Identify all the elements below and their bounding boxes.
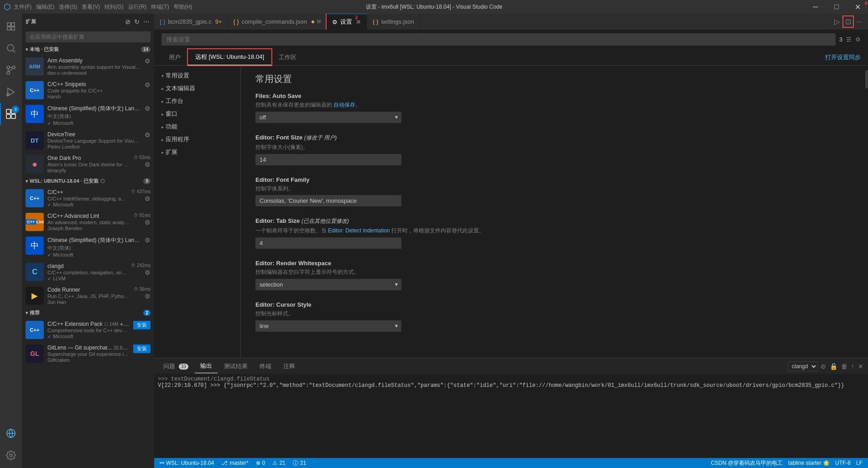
- activity-item-search[interactable]: [0, 37, 22, 59]
- list-item[interactable]: ▶ Code Runner Run C, C++, Java, JS, PHP,…: [22, 284, 154, 308]
- close-panel-icon[interactable]: ✕: [857, 362, 864, 371]
- tab-workspace[interactable]: 工作区: [271, 50, 304, 65]
- auto-save-link[interactable]: 自动保存: [333, 102, 355, 108]
- lock-output-icon[interactable]: 🔒: [829, 362, 838, 371]
- tab-remote[interactable]: 远程 [WSL: Ubuntu-18.04]: [188, 49, 271, 65]
- output-filter-select[interactable]: clangd: [788, 361, 818, 371]
- more-actions-icon[interactable]: ···: [855, 17, 864, 27]
- render-whitespace-label: Editor: Render Whitespace: [255, 260, 851, 267]
- maximize-button[interactable]: □: [826, 0, 847, 14]
- auto-save-select[interactable]: off afterDelay onFocusChange onWindowCha…: [255, 112, 401, 123]
- gear-icon[interactable]: ⚙: [145, 57, 151, 65]
- nav-item-features[interactable]: ▸ 功能: [154, 120, 240, 133]
- extension-search-input[interactable]: [26, 31, 151, 42]
- gear-icon[interactable]: ⚙: [145, 293, 151, 300]
- maximize-panel-icon[interactable]: ↑: [850, 362, 855, 371]
- section-local-installed[interactable]: ▾ 本地 · 已安装 14: [22, 44, 154, 55]
- nav-item-extensions[interactable]: ▸ 扩展: [154, 146, 240, 159]
- encoding-status[interactable]: UTF-8: [833, 460, 852, 466]
- remote-status[interactable]: ⚯ WSL: Ubuntu-18.04: [158, 460, 216, 466]
- nav-item-app[interactable]: ▸ 应用程序: [154, 133, 240, 146]
- list-item[interactable]: C++ Lint C/C++ Advanced Lint An advanced…: [22, 210, 154, 234]
- tab-settings-json[interactable]: { } settings.json: [367, 14, 420, 30]
- install-button[interactable]: 安装: [133, 345, 151, 353]
- activity-item-run[interactable]: [0, 81, 22, 103]
- tab-size-input[interactable]: [255, 237, 401, 249]
- nav-item-workbench[interactable]: ▸ 工作台: [154, 95, 240, 108]
- gear-icon[interactable]: ⚙: [145, 219, 151, 226]
- filter-icon[interactable]: ☰: [846, 36, 852, 43]
- list-item[interactable]: C++ C/C++ C/C++ IntelliSense, debugging,…: [22, 186, 154, 210]
- settings-scrollbar[interactable]: [865, 66, 868, 358]
- open-sync-button[interactable]: 打开设置同步: [825, 53, 861, 62]
- tabline-status[interactable]: tabline starter 🌟: [786, 460, 832, 466]
- line-ending-status[interactable]: LF: [854, 460, 864, 466]
- tab-user[interactable]: 用户: [161, 50, 188, 65]
- activity-item-settings[interactable]: [0, 444, 22, 466]
- menu-view[interactable]: 查看(V): [82, 3, 100, 11]
- list-item[interactable]: 中 Chinese (Simplified) (简体中文) Langu... 中…: [22, 234, 154, 260]
- menu-run[interactable]: 运行(R): [128, 3, 147, 11]
- tab-test-results[interactable]: 测试结果: [218, 360, 253, 373]
- cursor-style-select[interactable]: line block underline line-thin block-out…: [255, 320, 401, 332]
- settings-search-input[interactable]: [161, 33, 836, 46]
- detect-indentation-link[interactable]: Editor: Detect Indentation: [328, 227, 390, 234]
- tab-compile-commands[interactable]: { } compile_commands.json M: [228, 14, 327, 30]
- minimize-button[interactable]: ─: [805, 0, 826, 14]
- font-size-input[interactable]: [255, 154, 401, 165]
- list-item[interactable]: DT DeviceTree DeviceTree Language Suppor…: [22, 129, 154, 152]
- info-status[interactable]: ⓘ 21: [291, 459, 308, 467]
- settings-filter-btn[interactable]: ⚙: [855, 36, 861, 43]
- menu-select[interactable]: 选择(S): [59, 3, 77, 11]
- list-item[interactable]: ● One Dark Pro Atom's iconic One Dark th…: [22, 152, 154, 176]
- section-recommended[interactable]: ▾ 推荐 2: [22, 308, 154, 318]
- menu-goto[interactable]: 转到(G): [104, 3, 123, 11]
- branch-status[interactable]: ⎇ master*: [219, 460, 250, 466]
- menu-terminal[interactable]: 终端(T): [151, 3, 169, 11]
- list-item[interactable]: 中 Chinese (Simplified) (简体中文) Langu... 中…: [22, 102, 154, 129]
- nav-item-text-editor[interactable]: ▸ 文本编辑器: [154, 82, 240, 95]
- font-family-input[interactable]: [255, 195, 401, 206]
- more-actions-icon[interactable]: ···: [143, 17, 151, 26]
- chinese2-desc: 中文(简体): [47, 245, 141, 252]
- errors-status[interactable]: ⊗ 0: [254, 460, 267, 466]
- activity-item-extensions[interactable]: 3: [0, 103, 22, 125]
- list-item[interactable]: C++ C/C++ Snippets Code snippets for C/C…: [22, 78, 154, 102]
- list-item[interactable]: GL GitLens — Git superchar... 20.8M ★4 S…: [22, 342, 154, 365]
- install-button[interactable]: 安装: [133, 321, 151, 329]
- render-whitespace-select[interactable]: none boundary selection trailing all: [255, 279, 401, 290]
- activity-item-remote[interactable]: [0, 422, 22, 444]
- clear-output-icon[interactable]: 🗑: [840, 362, 848, 371]
- run-action-icon[interactable]: ▷: [832, 16, 842, 27]
- split-editor-icon[interactable]: ⊡: [843, 16, 853, 27]
- activity-item-scm[interactable]: [0, 59, 22, 81]
- tab-settings[interactable]: ⚙ 设置 2 ✕: [327, 14, 367, 30]
- list-item[interactable]: ARM Arm Assembly Arm assembly syntax sup…: [22, 55, 154, 78]
- gear-icon[interactable]: ⚙: [145, 161, 151, 168]
- list-item[interactable]: C++ C/C++ Extension Pack ⬡ 14M ★4.5 Comp…: [22, 318, 154, 342]
- render-whitespace-select-wrapper: none boundary selection trailing all ▾: [255, 279, 401, 290]
- gear-icon[interactable]: ⚙: [145, 269, 151, 276]
- gear-icon[interactable]: ⚙: [145, 237, 151, 244]
- gear-icon[interactable]: ⚙: [145, 195, 151, 202]
- activity-item-explorer[interactable]: [0, 15, 22, 37]
- nav-item-window[interactable]: ▸ 窗口: [154, 108, 240, 120]
- tab-bcm2835[interactable]: { } bcm2835_gpio.c 9+: [154, 14, 228, 30]
- filter-icon[interactable]: ⊘: [124, 17, 132, 26]
- tab-notes[interactable]: 注释: [278, 360, 301, 373]
- tab-problems[interactable]: 问题 33: [158, 360, 194, 373]
- gear-icon[interactable]: ⚙: [145, 81, 151, 88]
- tab-terminal[interactable]: 终端: [254, 360, 277, 373]
- section-wsl-installed[interactable]: ▾ WSL: UBUNTU-18.04 · 已安装 ⬡ 9: [22, 176, 154, 186]
- list-item[interactable]: C clangd C/C++ completion, navigation, a…: [22, 260, 154, 284]
- warnings-status[interactable]: ⚠ 21: [270, 460, 287, 466]
- menu-edit[interactable]: 编辑(E): [36, 3, 54, 11]
- menu-file[interactable]: 文件(F): [14, 3, 31, 11]
- refresh-icon[interactable]: ↻: [133, 17, 141, 26]
- gear-icon[interactable]: ⚙: [145, 105, 151, 112]
- filter-output-icon[interactable]: ⊘: [820, 362, 827, 371]
- nav-item-common[interactable]: ▾ 常用设置: [154, 69, 240, 82]
- tab-output[interactable]: 输出: [195, 359, 218, 373]
- menu-help[interactable]: 帮助(H): [174, 3, 192, 11]
- gear-icon[interactable]: ⚙: [145, 131, 151, 139]
